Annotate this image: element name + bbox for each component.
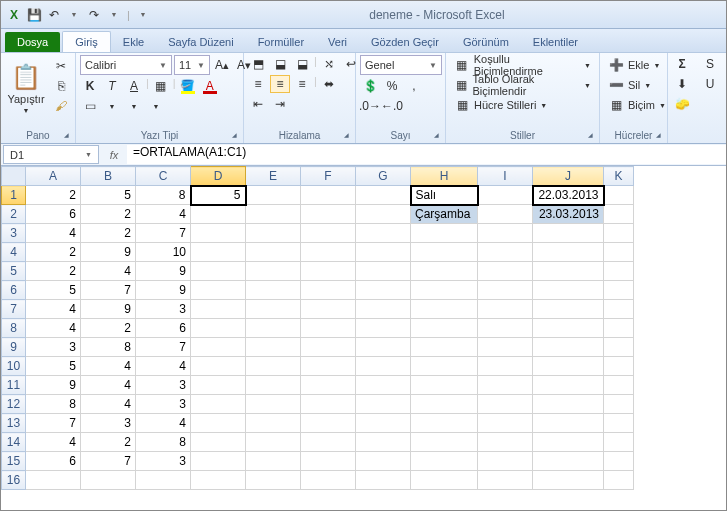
cell-I9[interactable]	[478, 338, 533, 357]
cell-F10[interactable]	[301, 357, 356, 376]
row-header-15[interactable]: 15	[2, 452, 26, 471]
col-header-A[interactable]: A	[26, 167, 81, 186]
save-icon[interactable]: 💾	[25, 6, 43, 24]
cell-J11[interactable]	[533, 376, 604, 395]
format-cells-button[interactable]: ▦Biçim▼	[604, 95, 670, 115]
insert-cells-button[interactable]: ➕Ekle▼	[604, 55, 664, 75]
fill-menu-icon[interactable]: ▼	[124, 97, 144, 115]
row-header-7[interactable]: 7	[2, 300, 26, 319]
cell-H16[interactable]	[411, 471, 478, 490]
cell-I2[interactable]	[478, 205, 533, 224]
cell-H6[interactable]	[411, 281, 478, 300]
cell-B6[interactable]: 7	[81, 281, 136, 300]
cell-B9[interactable]: 8	[81, 338, 136, 357]
cell-A3[interactable]: 4	[26, 224, 81, 243]
cell-B11[interactable]: 4	[81, 376, 136, 395]
cell-J7[interactable]	[533, 300, 604, 319]
cell-F9[interactable]	[301, 338, 356, 357]
tab-formulas[interactable]: Formüller	[246, 32, 316, 52]
cell-A6[interactable]: 5	[26, 281, 81, 300]
bold-icon[interactable]: K	[80, 77, 100, 95]
cell-H3[interactable]	[411, 224, 478, 243]
cell-I14[interactable]	[478, 433, 533, 452]
cell-K8[interactable]	[604, 319, 634, 338]
cell-C8[interactable]: 6	[136, 319, 191, 338]
cell-J8[interactable]	[533, 319, 604, 338]
align-middle-icon[interactable]: ⬓	[270, 55, 290, 73]
cell-E12[interactable]	[246, 395, 301, 414]
cell-I16[interactable]	[478, 471, 533, 490]
worksheet-grid[interactable]: ABCDEFGHIJK12585Salı22.03.20132624Çarşam…	[1, 166, 726, 510]
merge-icon[interactable]: ⬌	[319, 75, 339, 93]
font-name-combo[interactable]: Calibri▼	[80, 55, 172, 75]
row-header-2[interactable]: 2	[2, 205, 26, 224]
row-header-16[interactable]: 16	[2, 471, 26, 490]
cell-C15[interactable]: 3	[136, 452, 191, 471]
cell-D1[interactable]: 5	[191, 186, 246, 205]
cell-F11[interactable]	[301, 376, 356, 395]
cell-F6[interactable]	[301, 281, 356, 300]
cell-I7[interactable]	[478, 300, 533, 319]
col-header-J[interactable]: J	[533, 167, 604, 186]
fill-icon[interactable]: ⬇	[672, 75, 692, 93]
cell-K4[interactable]	[604, 243, 634, 262]
cell-B13[interactable]: 3	[81, 414, 136, 433]
grow-font-icon[interactable]: A▴	[212, 56, 232, 74]
fontcolor-menu-icon[interactable]: ▼	[146, 97, 166, 115]
cell-K3[interactable]	[604, 224, 634, 243]
row-header-4[interactable]: 4	[2, 243, 26, 262]
cell-J4[interactable]	[533, 243, 604, 262]
row-header-6[interactable]: 6	[2, 281, 26, 300]
cell-A13[interactable]: 7	[26, 414, 81, 433]
cell-J14[interactable]	[533, 433, 604, 452]
col-header-K[interactable]: K	[604, 167, 634, 186]
cell-C1[interactable]: 8	[136, 186, 191, 205]
cell-H5[interactable]	[411, 262, 478, 281]
row-header-8[interactable]: 8	[2, 319, 26, 338]
cell-D16[interactable]	[191, 471, 246, 490]
cell-G13[interactable]	[356, 414, 411, 433]
cell-D11[interactable]	[191, 376, 246, 395]
name-box[interactable]: D1▼	[3, 145, 99, 164]
cell-D6[interactable]	[191, 281, 246, 300]
row-header-11[interactable]: 11	[2, 376, 26, 395]
cell-A1[interactable]: 2	[26, 186, 81, 205]
col-header-D[interactable]: D	[191, 167, 246, 186]
cell-E9[interactable]	[246, 338, 301, 357]
cell-K13[interactable]	[604, 414, 634, 433]
col-header-H[interactable]: H	[411, 167, 478, 186]
fx-icon[interactable]: fx	[105, 146, 123, 164]
format-as-table-button[interactable]: ▦Tablo Olarak Biçimlendir▼	[450, 75, 595, 95]
col-header-G[interactable]: G	[356, 167, 411, 186]
cell-J12[interactable]	[533, 395, 604, 414]
tab-view[interactable]: Görünüm	[451, 32, 521, 52]
cell-A12[interactable]: 8	[26, 395, 81, 414]
copy-icon[interactable]: ⎘	[51, 77, 71, 95]
cell-C9[interactable]: 7	[136, 338, 191, 357]
tab-file[interactable]: Dosya	[5, 32, 60, 52]
cell-H9[interactable]	[411, 338, 478, 357]
cell-B2[interactable]: 2	[81, 205, 136, 224]
col-header-E[interactable]: E	[246, 167, 301, 186]
cell-B10[interactable]: 4	[81, 357, 136, 376]
cell-F7[interactable]	[301, 300, 356, 319]
cell-A11[interactable]: 9	[26, 376, 81, 395]
cell-K2[interactable]	[604, 205, 634, 224]
cell-E1[interactable]	[246, 186, 301, 205]
tab-addins[interactable]: Eklentiler	[521, 32, 590, 52]
cell-A8[interactable]: 4	[26, 319, 81, 338]
cell-D15[interactable]	[191, 452, 246, 471]
cell-C13[interactable]: 4	[136, 414, 191, 433]
cell-E5[interactable]	[246, 262, 301, 281]
cell-I6[interactable]	[478, 281, 533, 300]
cell-A7[interactable]: 4	[26, 300, 81, 319]
cell-J6[interactable]	[533, 281, 604, 300]
cell-C10[interactable]: 4	[136, 357, 191, 376]
row-header-9[interactable]: 9	[2, 338, 26, 357]
formula-input[interactable]: =ORTALAMA(A1:C1)	[127, 145, 726, 164]
cell-B8[interactable]: 2	[81, 319, 136, 338]
cell-E11[interactable]	[246, 376, 301, 395]
autosum-icon[interactable]: Σ	[672, 55, 692, 73]
cell-G8[interactable]	[356, 319, 411, 338]
cell-C16[interactable]	[136, 471, 191, 490]
